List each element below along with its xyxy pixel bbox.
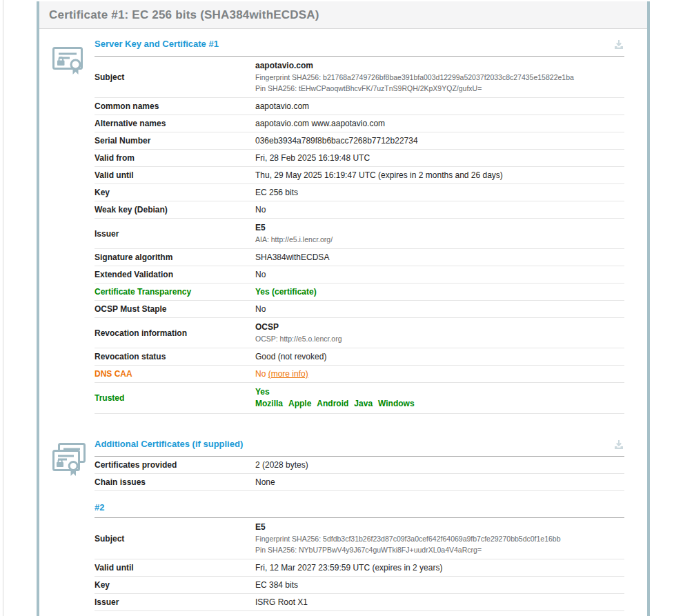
row-value: Good (not revoked): [255, 352, 624, 361]
row-label: Revocation status: [95, 352, 255, 361]
row-label: Valid until: [95, 170, 255, 180]
row-value: aapotavio.com www.aapotavio.com: [255, 119, 624, 128]
row-value: EC 256 bits: [255, 188, 624, 197]
certificate-panel-header: Certificate #1: EC 256 bits (SHA384withE…: [39, 1, 647, 29]
row-key: Key EC 256 bits: [95, 184, 624, 201]
subject-pin: Pin SHA256: tEHwCPaoqwtBhcvFK/7uzTnS9RQH…: [255, 83, 624, 94]
issuer-name: E5: [255, 222, 624, 234]
row-chain-issuer: Issuer ISRG Root X1: [95, 594, 624, 611]
row-label: Key: [95, 580, 255, 590]
row-label: Subject: [95, 72, 255, 82]
row-label: Trusted: [95, 393, 255, 403]
row-value: aapotavio.com Fingerprint SHA256: b21768…: [255, 60, 624, 94]
download-chain-button[interactable]: [613, 439, 624, 450]
page-left-divider: [3, 0, 3, 616]
row-ocsp-must-staple: OCSP Must Staple No: [95, 301, 624, 318]
section-title-row: Server Key and Certificate #1: [95, 39, 624, 57]
row-alternative-names: Alternative names aapotavio.com www.aapo…: [95, 115, 624, 132]
row-label: Valid until: [95, 563, 255, 573]
row-common-names: Common names aapotavio.com: [95, 98, 624, 115]
row-weak-key: Weak key (Debian) No: [95, 201, 624, 219]
row-value: Thu, 29 May 2025 16:19:47 UTC (expires i…: [255, 170, 624, 180]
trusted-link-mozilla[interactable]: Mozilla: [255, 399, 283, 408]
row-value: E5 AIA: http://e5.i.lencr.org/: [255, 222, 624, 245]
trusted-link-android[interactable]: Android: [317, 399, 348, 408]
download-icon: [613, 39, 624, 50]
row-label: Key: [95, 188, 255, 197]
row-certificate-transparency: Certificate Transparency Yes (certificat…: [95, 284, 624, 301]
row-certificates-provided: Certificates provided 2 (2028 bytes): [95, 457, 624, 474]
subject-fingerprint: Fingerprint SHA256: b21768a2749726bf8bae…: [255, 72, 624, 83]
row-label: Alternative names: [95, 119, 255, 128]
row-label: OCSP Must Staple: [95, 304, 255, 314]
row-value: None: [255, 477, 624, 487]
trusted-store-links: MozillaAppleAndroidJavaWindows: [255, 398, 624, 410]
row-value: 2 (2028 bytes): [255, 460, 624, 470]
row-label: Weak key (Debian): [95, 205, 255, 215]
row-value: ISRG Root X1: [255, 597, 624, 607]
row-label: Common names: [95, 101, 255, 111]
section-title-row: Additional Certificates (if supplied): [95, 439, 624, 457]
section-server-key-certificate: Server Key and Certificate #1 Subject aa…: [52, 39, 624, 414]
issuer-aia: AIA: http://e5.i.lencr.org/: [255, 234, 624, 245]
row-label: Certificate Transparency: [95, 287, 255, 297]
trusted-link-java[interactable]: Java: [354, 399, 373, 408]
section-title: Additional Certificates (if supplied): [95, 439, 243, 450]
trusted-link-windows[interactable]: Windows: [378, 399, 415, 408]
row-label: Valid from: [95, 153, 255, 163]
row-label: Issuer: [95, 229, 255, 239]
row-label: Subject: [95, 534, 255, 544]
revocation-ocsp-uri: OCSP: http://e5.o.lencr.org: [255, 333, 624, 344]
row-value: aapotavio.com: [255, 101, 624, 111]
row-value: No: [255, 304, 624, 314]
row-label: Extended Validation: [95, 270, 255, 279]
row-valid-until: Valid until Thu, 29 May 2025 16:19:47 UT…: [95, 167, 624, 184]
row-value: No: [255, 205, 624, 215]
row-value: OCSP OCSP: http://e5.o.lencr.org: [255, 321, 624, 344]
download-icon: [613, 439, 624, 450]
trusted-answer: Yes: [255, 386, 624, 398]
certificate-panel: Certificate #1: EC 256 bits (SHA384withE…: [37, 1, 650, 616]
row-trusted: Trusted Yes MozillaAppleAndroidJavaWindo…: [95, 383, 624, 414]
chain-cert-number-link[interactable]: #2: [95, 502, 104, 513]
row-label: Signature algorithm: [95, 252, 255, 262]
trusted-link-apple[interactable]: Apple: [288, 399, 311, 408]
subject-common-name: aapotavio.com: [255, 60, 624, 72]
row-value: SHA384withECDSA: [255, 252, 624, 262]
chain-subject-name: E5: [255, 521, 624, 533]
certificate-panel-body: Server Key and Certificate #1 Subject aa…: [39, 29, 647, 616]
row-revocation-information: Revocation information OCSP OCSP: http:/…: [95, 318, 624, 348]
row-value: Fri, 28 Feb 2025 16:19:48 UTC: [255, 153, 624, 163]
row-value: 036eb3934a789f8b6bacc7268b7712b22734: [255, 136, 624, 146]
row-revocation-status: Revocation status Good (not revoked): [95, 348, 624, 366]
row-chain-valid-until: Valid until Fri, 12 Mar 2027 23:59:59 UT…: [95, 559, 624, 577]
row-valid-from: Valid from Fri, 28 Feb 2025 16:19:48 UTC: [95, 150, 624, 167]
dns-caa-more-info-link[interactable]: (more info): [268, 369, 308, 379]
row-label: Certificates provided: [95, 460, 255, 470]
row-extended-validation: Extended Validation No: [95, 266, 624, 284]
row-value: E5 Fingerprint SHA256: 5dfdb3cf31b26f23d…: [255, 521, 624, 555]
chain-subject-fingerprint: Fingerprint SHA256: 5dfdb3cf31b26f23d87c…: [255, 533, 624, 544]
row-label: Serial Number: [95, 136, 255, 146]
page-title: Certificate #1: EC 256 bits (SHA384withE…: [49, 8, 319, 22]
row-chain-issues: Chain issues None: [95, 474, 624, 491]
row-issuer: Issuer E5 AIA: http://e5.i.lencr.org/: [95, 219, 624, 249]
revocation-method: OCSP: [255, 321, 624, 333]
row-label: DNS CAA: [95, 369, 255, 379]
row-label: Revocation information: [95, 328, 255, 338]
section-additional-certificates: Additional Certificates (if supplied) Ce…: [52, 439, 624, 616]
row-value: Yes (certificate): [255, 287, 624, 297]
row-chain-signature-algorithm: Signature algorithm SHA256withRSA: [95, 611, 624, 616]
row-chain-subject: Subject E5 Fingerprint SHA256: 5dfdb3cf3…: [95, 518, 624, 559]
row-value: Fri, 12 Mar 2027 23:59:59 UTC (expires i…: [255, 563, 624, 573]
row-label: Issuer: [95, 597, 255, 607]
row-value: No: [255, 270, 624, 279]
chain-cert-number-row: #2: [95, 501, 624, 518]
row-value: Yes MozillaAppleAndroidJavaWindows: [255, 386, 624, 410]
row-subject: Subject aapotavio.com Fingerprint SHA256…: [95, 57, 624, 98]
row-chain-key: Key EC 384 bits: [95, 577, 624, 594]
row-signature-algorithm: Signature algorithm SHA384withECDSA: [95, 249, 624, 266]
row-value: EC 384 bits: [255, 580, 624, 590]
row-serial-number: Serial Number 036eb3934a789f8b6bacc7268b…: [95, 132, 624, 150]
download-certificate-button[interactable]: [613, 39, 624, 50]
